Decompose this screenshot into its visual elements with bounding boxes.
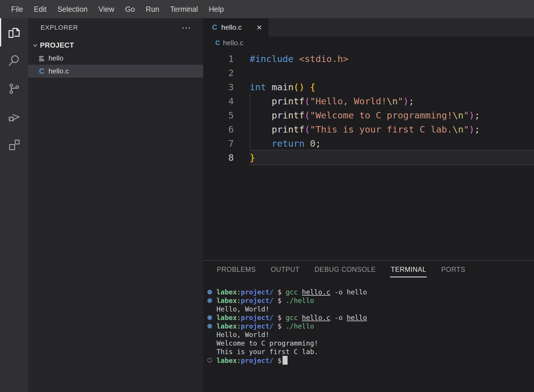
token-num: 0 xyxy=(310,138,315,149)
terminal-line: labex:project/ $ gcc hello.c -o hello xyxy=(207,313,534,322)
bottom-panel: PROBLEMSOUTPUTDEBUG CONSOLETERMINALPORTS… xyxy=(203,260,534,392)
terminal-file-link[interactable]: hello xyxy=(347,314,367,321)
file-label: hello xyxy=(48,54,63,62)
workbench: EXPLORER ⋯ PROJECT helloChello.c C hello… xyxy=(0,18,534,392)
c-language-icon: C xyxy=(39,67,44,76)
code-content: return 0; xyxy=(250,136,534,150)
terminal[interactable]: labex:project/ $ gcc hello.c -o hellolab… xyxy=(203,278,534,392)
token-b1: ) xyxy=(299,82,305,92)
code-content: int main() { xyxy=(250,80,534,94)
activity-explorer-button[interactable] xyxy=(0,18,28,46)
file-label: hello.c xyxy=(48,67,69,75)
code-line-4[interactable]: 4 printf("Hello, World!\n"); xyxy=(203,94,534,108)
token-kw: #include xyxy=(250,53,293,64)
project-section-label: PROJECT xyxy=(40,41,74,49)
token-str: " xyxy=(464,110,469,120)
token-b2: ) xyxy=(469,110,475,120)
terminal-line: labex:project/ $ xyxy=(207,356,534,364)
token-pl xyxy=(305,82,310,92)
terminal-span-plain: : xyxy=(237,322,241,330)
project-section-header[interactable]: PROJECT xyxy=(28,39,203,52)
terminal-file-link[interactable]: hello.c xyxy=(302,288,330,296)
terminal-span-plain: -o xyxy=(330,314,347,321)
menu-item-file[interactable]: File xyxy=(11,5,23,14)
extensions-icon xyxy=(7,138,21,152)
menu-item-run[interactable]: Run xyxy=(146,5,159,14)
terminal-line: labex:project/ $ ./hello xyxy=(207,322,534,330)
terminal-text: labex:project/ $ ./hello xyxy=(216,297,314,304)
token-esc: \n xyxy=(453,124,464,135)
terminal-span-plain: $ xyxy=(273,297,286,304)
menu-item-go[interactable]: Go xyxy=(125,5,135,14)
panel-tab-output[interactable]: OUTPUT xyxy=(270,261,300,277)
activity-bar xyxy=(0,18,28,392)
terminal-line: labex:project/ $ ./hello xyxy=(207,296,534,305)
terminal-span-cmd: gcc xyxy=(286,288,302,296)
activity-source-control-button[interactable] xyxy=(0,75,28,103)
code-content: printf("Welcome to C programming!\n"); xyxy=(250,108,534,122)
token-pl: ; xyxy=(409,96,414,106)
terminal-cursor xyxy=(283,356,288,365)
menu-item-help[interactable]: Help xyxy=(209,5,224,14)
token-str: "Hello, World! xyxy=(310,96,387,106)
terminal-span-cmd: gcc xyxy=(286,314,302,321)
terminal-span-plain: $ xyxy=(273,288,286,296)
code-content xyxy=(250,66,534,80)
panel-tab-debug-console[interactable]: DEBUG CONSOLE xyxy=(314,261,376,277)
token-str: " xyxy=(464,124,469,135)
token-str: " xyxy=(398,96,403,106)
token-pl: ; xyxy=(315,138,321,149)
menu-item-view[interactable]: View xyxy=(98,5,114,14)
code-line-6[interactable]: 6 printf("This is your first C lab.\n"); xyxy=(203,122,534,136)
menu-item-edit[interactable]: Edit xyxy=(34,5,46,14)
activity-run-debug-button[interactable] xyxy=(0,103,28,131)
token-str: <stdio.h> xyxy=(299,53,348,64)
terminal-line: Hello, World! xyxy=(207,330,534,339)
tab-hello-c[interactable]: C hello.c × xyxy=(203,18,268,36)
terminal-line: This is your first C lab. xyxy=(207,347,534,356)
token-esc: \n xyxy=(387,96,398,106)
token-b2: ) xyxy=(469,124,475,135)
marker-spacer xyxy=(207,341,212,346)
close-icon[interactable]: × xyxy=(256,23,262,32)
menu-item-terminal[interactable]: Terminal xyxy=(170,5,198,14)
code-line-7[interactable]: 7 return 0; xyxy=(203,136,534,150)
token-fn: printf xyxy=(272,124,305,135)
panel-tab-problems[interactable]: PROBLEMS xyxy=(216,261,256,277)
terminal-line: Hello, World! xyxy=(207,305,534,313)
terminal-span-host: labex xyxy=(216,297,237,304)
code-line-1[interactable]: 1#include <stdio.h> xyxy=(203,52,534,66)
chevron-down-icon xyxy=(32,42,39,49)
terminal-span-host: labex xyxy=(216,314,237,321)
terminal-span-out: This is your first C lab. xyxy=(216,348,318,356)
files-icon xyxy=(7,26,21,39)
terminal-text: labex:project/ $ xyxy=(216,356,288,365)
terminal-file-link[interactable]: hello.c xyxy=(302,314,330,321)
explorer-title: EXPLORER xyxy=(41,24,78,31)
file-item-hello[interactable]: hello xyxy=(28,52,203,65)
panel-tab-terminal[interactable]: TERMINAL xyxy=(390,261,427,277)
token-pl xyxy=(250,110,272,120)
panel-tab-ports[interactable]: PORTS xyxy=(441,261,466,277)
token-pl xyxy=(250,124,272,135)
token-b2: ) xyxy=(403,96,409,106)
token-b2: ( xyxy=(305,124,310,135)
file-item-hello-c[interactable]: Chello.c xyxy=(28,65,203,78)
code-editor[interactable]: 1#include <stdio.h>23int main() {4 print… xyxy=(203,49,534,260)
activity-extensions-button[interactable] xyxy=(0,131,28,159)
command-status-done-icon xyxy=(207,324,212,329)
activity-search-button[interactable] xyxy=(0,46,28,75)
panel-tab-bar: PROBLEMSOUTPUTDEBUG CONSOLETERMINALPORTS xyxy=(203,261,534,278)
command-status-done-icon xyxy=(207,315,212,320)
code-line-3[interactable]: 3int main() { xyxy=(203,80,534,94)
code-line-5[interactable]: 5 printf("Welcome to C programming!\n"); xyxy=(203,108,534,122)
code-line-2[interactable]: 2 xyxy=(203,66,534,80)
code-line-8[interactable]: 8} xyxy=(203,150,534,165)
token-pl: ; xyxy=(474,110,480,120)
breadcrumb[interactable]: C hello.c xyxy=(203,36,534,49)
more-actions-icon[interactable]: ⋯ xyxy=(182,26,192,29)
terminal-span-host: labex xyxy=(216,322,237,330)
token-pl xyxy=(250,138,272,149)
menu-item-selection[interactable]: Selection xyxy=(57,5,88,14)
terminal-line: Welcome to C programming! xyxy=(207,339,534,347)
